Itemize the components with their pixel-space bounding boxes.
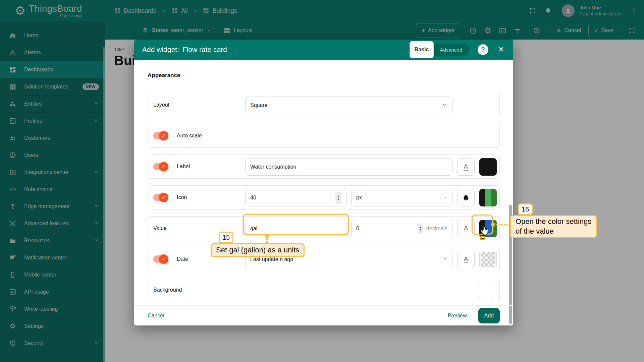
chevron-down-icon: [442, 102, 447, 109]
label-font-settings-button[interactable]: A: [457, 158, 475, 176]
close-icon[interactable]: ✕: [496, 45, 506, 54]
icon-label: Icon: [177, 194, 187, 200]
dropdown-arrow-icon: [443, 256, 447, 262]
value-decimals-input[interactable]: [356, 226, 407, 232]
dialog-cancel-button[interactable]: Cancel: [148, 313, 164, 319]
step16-connector-line: [496, 224, 511, 225]
step15-connector-line: [266, 237, 268, 244]
layout-select[interactable]: Square: [245, 97, 452, 114]
step15-highlight-ring: [243, 214, 349, 235]
auto-scale-toggle[interactable]: ✓: [153, 132, 167, 139]
section-appearance: Appearance: [148, 72, 180, 79]
dialog-title-prefix: Add widget:: [142, 46, 179, 54]
step16-callout: Open the color settings of the value: [510, 215, 597, 238]
label-input[interactable]: [250, 164, 447, 170]
date-row: ✓ Date Last update n ago A: [148, 247, 500, 271]
cursor-badge: [480, 236, 485, 240]
dialog-add-button[interactable]: Add: [478, 308, 500, 323]
add-widget-dialog: Add widget: Flow rate card Basic Advance…: [134, 40, 513, 325]
value-decimals-input-wrap: ▲▼ decimals: [351, 220, 452, 237]
auto-scale-row: ✓ Auto scale: [148, 124, 500, 148]
label-row: ✓ Label A: [148, 155, 500, 179]
dialog-footer: Cancel Preview Add: [134, 305, 513, 325]
auto-scale-label: Auto scale: [177, 133, 202, 139]
label-label: Label: [177, 164, 190, 170]
icon-toggle[interactable]: ✓: [153, 194, 167, 201]
step15-callout: Set gal (gallon) as a units: [211, 243, 305, 257]
icon-color-swatch[interactable]: [479, 189, 497, 206]
tab-basic[interactable]: Basic: [410, 41, 434, 58]
icon-size-input[interactable]: [250, 195, 335, 201]
icon-size-stepper[interactable]: ▲▼: [335, 192, 341, 204]
background-row: Background: [148, 278, 500, 302]
background-label: Background: [153, 287, 182, 293]
icon-unit-select[interactable]: px: [351, 189, 452, 206]
dialog-title: Flow rate card: [182, 46, 227, 54]
date-color-swatch[interactable]: [479, 251, 497, 268]
label-input-wrap: [245, 158, 452, 176]
label-toggle[interactable]: ✓: [153, 163, 167, 170]
dialog-header: Add widget: Flow rate card Basic Advance…: [134, 40, 513, 60]
icon-picker-button[interactable]: [457, 189, 475, 206]
icon-size-input-wrap: ▲▼: [245, 189, 346, 206]
screen: ⚙ ThingsBoard Professional Dashboards > …: [0, 0, 644, 362]
step16-number-badge: 16: [518, 203, 533, 215]
help-icon[interactable]: ?: [478, 44, 488, 55]
date-font-settings-button[interactable]: A: [457, 251, 475, 268]
background-color-swatch[interactable]: [478, 281, 494, 299]
step16-connector-dot: [491, 223, 495, 227]
dialog-body: Appearance Layout Square ✓ Auto scale ✓: [134, 60, 513, 305]
icon-row: ✓ Icon ▲▼ px: [148, 185, 500, 209]
decimals-stepper[interactable]: ▲▼: [418, 224, 423, 234]
layout-label: Layout: [153, 102, 169, 108]
dropdown-arrow-icon: [443, 195, 447, 201]
mode-toggle: Basic Advanced: [409, 44, 469, 56]
layout-row: Layout Square: [148, 93, 500, 117]
date-label: Date: [177, 256, 188, 262]
mouse-cursor: [480, 225, 489, 240]
tab-advanced[interactable]: Advanced: [434, 44, 468, 55]
value-label: Value: [153, 225, 167, 231]
water-drop-icon: [461, 193, 471, 202]
date-toggle[interactable]: ✓: [153, 255, 167, 263]
label-color-swatch[interactable]: [479, 158, 497, 176]
decimals-suffix: decimals: [426, 226, 447, 232]
step15-number-badge: 15: [219, 232, 233, 243]
dialog-preview-button[interactable]: Preview: [448, 313, 467, 319]
